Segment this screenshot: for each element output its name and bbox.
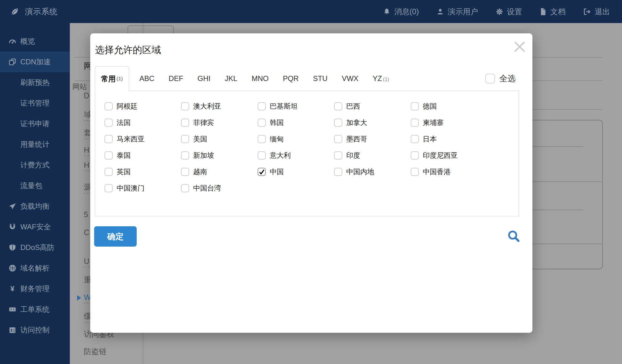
close-icon[interactable] [512,39,527,54]
region-option-新加坡[interactable]: 新加坡 [181,151,258,160]
region-option-德国[interactable]: 德国 [411,102,487,110]
nav-item-label: 退出 [595,7,610,17]
settings-menu-item[interactable]: 防盗链 [84,346,107,356]
checkbox-icon[interactable] [334,102,342,110]
checkbox-icon[interactable] [411,168,419,176]
region-option-日本[interactable]: 日本 [411,135,487,143]
sidebar-item-7[interactable]: 流量包 [0,175,70,196]
checkbox-icon[interactable] [334,119,342,127]
region-option-英国[interactable]: 英国 [104,167,181,176]
region-option-中国澳门[interactable]: 中国澳门 [104,184,181,192]
checked-checkbox-icon[interactable] [258,168,266,176]
checkbox-icon[interactable] [104,168,113,176]
settings-menu-item[interactable]: 5 [84,210,88,219]
region-option-美国[interactable]: 美国 [181,135,258,143]
nav-item-logout[interactable]: 退出 [583,7,610,17]
sidebar-item-4[interactable]: 证书申请 [0,113,70,134]
nav-item-document[interactable]: 文档 [540,7,566,17]
checkbox-icon[interactable] [104,102,113,110]
checkbox-icon[interactable] [104,119,113,127]
tab-JKL[interactable]: JKL [225,74,237,83]
settings-menu-item[interactable]: H [84,161,89,171]
region-option-阿根廷[interactable]: 阿根廷 [104,102,181,110]
region-option-菲律宾[interactable]: 菲律宾 [181,118,258,127]
tab-VWX[interactable]: VWX [342,74,358,83]
checkbox-icon[interactable] [258,151,266,160]
region-label: 美国 [193,134,207,144]
checkbox-icon[interactable] [258,135,266,143]
checkbox-icon[interactable] [181,135,189,143]
region-option-澳大利亚[interactable]: 澳大利亚 [181,102,258,110]
region-option-加拿大[interactable]: 加拿大 [334,118,411,127]
checkbox-icon[interactable] [181,151,189,160]
region-option-中国内地[interactable]: 中国内地 [334,167,411,176]
tab-MNO[interactable]: MNO [251,74,268,83]
region-option-巴基斯坦[interactable]: 巴基斯坦 [258,102,334,110]
sidebar-item-5[interactable]: 用量统计 [0,134,70,155]
select-all-checkbox[interactable]: 全选 [485,73,516,84]
sidebar-item-9[interactable]: WAF安全 [0,217,70,237]
settings-menu-item[interactable]: U [84,257,89,267]
checkbox-icon[interactable] [104,184,113,192]
tab-常用[interactable]: 常用(1) [95,66,129,91]
sidebar-item-3[interactable]: 证书管理 [0,93,70,113]
checkbox-icon[interactable] [334,151,342,160]
tab-ABC[interactable]: ABC [139,74,154,83]
region-option-墨西哥[interactable]: 墨西哥 [334,135,411,143]
sidebar-item-12[interactable]: ¥财务管理 [0,278,70,299]
checkbox-icon[interactable] [181,102,189,110]
settings-menu-item[interactable]: D [84,91,89,100]
sidebar-item-2[interactable]: 刷新预热 [0,72,70,93]
checkbox-icon[interactable] [181,168,189,176]
checkbox-icon[interactable] [258,102,266,110]
settings-menu-item[interactable]: H [84,146,89,156]
settings-menu-item[interactable]: C [84,228,89,237]
checkbox-icon[interactable] [258,119,266,127]
checkbox-icon[interactable] [334,135,342,143]
sidebar-item-13[interactable]: 工单系统 [0,299,70,320]
nav-item-bell[interactable]: 消息(0) [383,7,419,17]
region-option-印度尼西亚[interactable]: 印度尼西亚 [411,151,487,160]
checkbox-icon[interactable] [104,151,113,160]
sidebar-item-10[interactable]: DDoS高防 [0,237,70,258]
checkbox-icon[interactable] [411,151,419,160]
region-option-中国台湾[interactable]: 中国台湾 [181,184,258,192]
sidebar-item-8[interactable]: 负载均衡 [0,196,70,217]
nav-item-gear[interactable]: 设置 [496,7,522,17]
region-option-印度[interactable]: 印度 [334,151,411,160]
region-option-中国香港[interactable]: 中国香港 [411,167,487,176]
tab-YZ[interactable]: YZ(1) [373,74,389,83]
sidebar-item-1[interactable]: CDN加速 [0,52,70,72]
checkbox-icon[interactable] [181,119,189,127]
region-option-法国[interactable]: 法国 [104,118,181,127]
confirm-button[interactable]: 确定 [94,226,137,247]
nav-item-user[interactable]: 演示用户 [436,7,478,17]
region-option-马来西亚[interactable]: 马来西亚 [104,135,181,143]
region-option-越南[interactable]: 越南 [181,167,258,176]
region-option-中国[interactable]: 中国 [258,167,334,176]
checkbox-icon[interactable] [485,74,495,83]
sidebar-item-14[interactable]: 访问控制 [0,320,70,340]
region-option-韩国[interactable]: 韩国 [258,118,334,127]
sidebar-item-6[interactable]: 计费方式 [0,155,70,175]
checkbox-icon[interactable] [411,135,419,143]
tab-STU[interactable]: STU [313,74,327,83]
region-option-泰国[interactable]: 泰国 [104,151,181,160]
region-option-意大利[interactable]: 意大利 [258,151,334,160]
region-option-柬埔寨[interactable]: 柬埔寨 [411,118,487,127]
tab-GHI[interactable]: GHI [197,74,210,83]
tab-PQR[interactable]: PQR [283,74,299,83]
search-icon[interactable] [507,229,521,243]
region-label: 泰国 [117,151,131,160]
sidebar-item-0[interactable]: 概览 [0,31,70,52]
checkbox-icon[interactable] [104,135,113,143]
checkbox-icon[interactable] [411,119,419,127]
region-option-缅甸[interactable]: 缅甸 [258,135,334,143]
checkbox-icon[interactable] [411,102,419,110]
sidebar-item-11[interactable]: 域名解析 [0,258,70,278]
region-option-巴西[interactable]: 巴西 [334,102,411,110]
checkbox-icon[interactable] [181,184,189,192]
brand[interactable]: 演示系统 [0,6,58,17]
checkbox-icon[interactable] [334,168,342,176]
tab-DEF[interactable]: DEF [169,74,183,83]
